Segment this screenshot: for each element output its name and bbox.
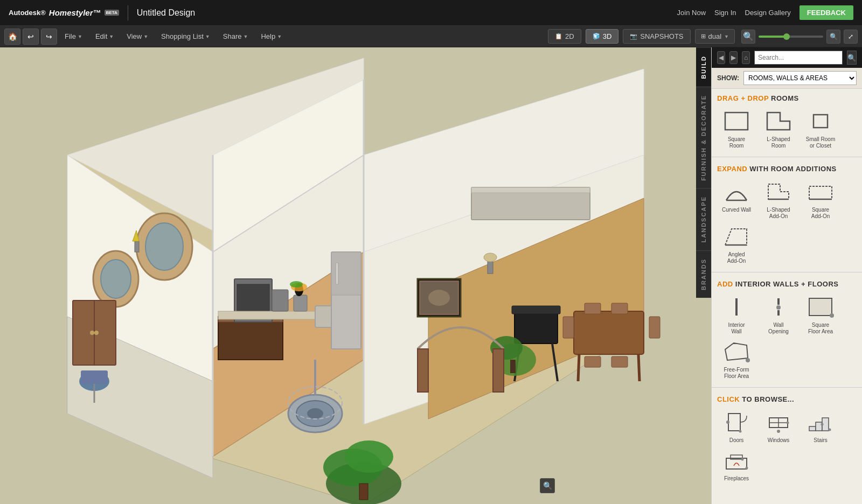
snapshots-btn[interactable]: 📷 SNAPSHOTS xyxy=(623,29,690,44)
square-room-item[interactable]: SquareRoom xyxy=(717,108,756,149)
freeform-floor-item[interactable]: Free-FormFloor Area xyxy=(717,338,756,380)
svg-point-110 xyxy=(741,458,744,461)
zoom-out-btn[interactable]: 🔍 xyxy=(741,30,755,44)
svg-point-95 xyxy=(726,421,729,424)
angled-addon-item[interactable]: AngledAdd-On xyxy=(717,223,756,264)
windows-label: Windows xyxy=(768,437,790,444)
svg-point-22 xyxy=(90,331,94,335)
svg-rect-94 xyxy=(728,414,740,431)
share-menu[interactable]: Share ▼ xyxy=(218,29,254,44)
home-icon-btn[interactable]: 🏠 xyxy=(4,29,20,45)
square-floor-item[interactable]: SquareFloor Area xyxy=(801,293,840,335)
edit-menu[interactable]: Edit ▼ xyxy=(90,29,119,44)
canvas-area[interactable]: ▲ ▼ ◀ ▶ ⊕ xyxy=(0,47,711,504)
svg-marker-92 xyxy=(725,343,748,360)
svg-rect-25 xyxy=(81,370,108,384)
redo-btn[interactable]: ↪ xyxy=(41,29,57,45)
fireplaces-item[interactable]: Fireplaces xyxy=(717,447,756,482)
show-row: SHOW: ROOMS, WALLS & AREAS ALL FLOORS ON… xyxy=(712,68,862,89)
svg-point-73 xyxy=(484,253,497,262)
panel-search-btn[interactable]: 🔍 xyxy=(847,51,857,65)
small-room-item[interactable]: Small Roomor Closet xyxy=(801,108,840,149)
file-menu[interactable]: File ▼ xyxy=(59,29,88,44)
stairs-label: Stairs xyxy=(814,437,828,444)
divider-1 xyxy=(712,157,862,157)
curved-wall-icon xyxy=(720,178,753,205)
svg-point-48 xyxy=(345,440,393,473)
feedback-button[interactable]: FEEDBACK xyxy=(800,5,853,20)
l-shaped-room-label: L-ShapedRoom xyxy=(767,136,790,149)
freeform-floor-icon xyxy=(720,338,753,365)
panel-back-btn[interactable]: ◀ xyxy=(717,51,725,64)
l-shaped-addon-item[interactable]: L-ShapedAdd-On xyxy=(759,178,798,220)
interior-grid: InteriorWall WallOpening xyxy=(717,293,857,380)
drag-rooms-title: DRAG + DROP ROOMS xyxy=(717,94,857,102)
wall-opening-item[interactable]: WallOpening xyxy=(759,293,798,335)
panel-search-input[interactable] xyxy=(754,51,843,65)
homestyler-logo-text: Homestyler™ xyxy=(49,8,101,17)
magnifier-btn[interactable]: 🔍 xyxy=(540,478,555,493)
svg-rect-32 xyxy=(272,290,288,311)
svg-rect-62 xyxy=(611,356,628,367)
view-2d-btn[interactable]: 📋 2D xyxy=(548,29,581,44)
panel-forward-btn[interactable]: ▶ xyxy=(729,51,738,64)
sign-in-link[interactable]: Sign In xyxy=(714,9,736,17)
doors-item[interactable]: Doors xyxy=(717,409,756,444)
right-panel: ◀ ▶ ⌂ 🔍 SHOW: ROOMS, WALLS & AREAS ALL F… xyxy=(711,47,862,504)
svg-marker-77 xyxy=(767,113,790,130)
zoom-slider[interactable] xyxy=(759,36,823,38)
interior-wall-item[interactable]: InteriorWall xyxy=(717,293,756,335)
svg-point-101 xyxy=(787,422,789,424)
svg-point-37 xyxy=(290,281,303,288)
l-shaped-room-icon xyxy=(762,108,795,135)
shopping-list-menu[interactable]: Shopping List ▼ xyxy=(156,29,215,44)
landscape-tab[interactable]: LANDSCAPE xyxy=(696,188,711,250)
divider-2 xyxy=(712,272,862,272)
panel-home-btn[interactable]: ⌂ xyxy=(742,51,750,64)
svg-rect-58 xyxy=(649,317,660,338)
show-select[interactable]: ROOMS, WALLS & AREAS ALL FLOORS ONLY xyxy=(743,71,857,85)
interior-title: ADD INTERIOR WALLS + FLOORS xyxy=(717,280,857,288)
l-shaped-room-item[interactable]: L-ShapedRoom xyxy=(759,108,798,149)
stairs-icon xyxy=(804,409,837,436)
help-menu[interactable]: Help ▼ xyxy=(255,29,287,44)
logo: Autodesk® Homestyler™ BETA xyxy=(9,8,119,17)
fireplaces-label: Fireplaces xyxy=(724,475,749,482)
undo-btn[interactable]: ↩ xyxy=(23,29,39,45)
svg-rect-90 xyxy=(809,298,832,316)
brands-tab[interactable]: BRANDS xyxy=(696,250,711,298)
svg-point-96 xyxy=(739,430,742,433)
small-room-label: Small Roomor Closet xyxy=(806,136,835,149)
drag-rooms-grid: SquareRoom L-ShapedRoom xyxy=(717,108,857,149)
zoom-thumb[interactable] xyxy=(783,33,790,40)
square-floor-icon xyxy=(804,293,837,320)
fullscreen-btn[interactable]: ⤢ xyxy=(844,30,858,44)
svg-rect-67 xyxy=(493,349,504,392)
windows-item[interactable]: Windows xyxy=(759,409,798,444)
square-floor-label: SquareFloor Area xyxy=(808,322,833,335)
view-3d-btn[interactable]: 🧊 3D xyxy=(586,29,619,44)
view-controls: 📋 2D 🧊 3D 📷 SNAPSHOTS ⊞ dual ▼ xyxy=(548,29,735,44)
design-gallery-link[interactable]: Design Gallery xyxy=(745,9,791,17)
menubar: 🏠 ↩ ↪ File ▼ Edit ▼ View ▼ Shopping List… xyxy=(0,26,862,47)
topbar-right: Join Now Sign In Design Gallery FEEDBACK xyxy=(677,5,853,20)
square-addon-item[interactable]: SquareAdd-On xyxy=(801,178,840,220)
divider-3 xyxy=(712,387,862,388)
svg-rect-31 xyxy=(218,311,326,319)
zoom-in-btn[interactable]: 🔍 xyxy=(826,30,840,44)
build-tab[interactable]: BUILD xyxy=(696,47,711,87)
curved-wall-item[interactable]: Curved Wall xyxy=(717,178,756,220)
furnish-tab[interactable]: FURNISH & DECORATE xyxy=(696,87,711,188)
svg-point-100 xyxy=(777,430,780,433)
svg-rect-107 xyxy=(726,458,747,469)
svg-rect-59 xyxy=(585,303,601,314)
wall-opening-icon xyxy=(762,293,795,320)
svg-rect-50 xyxy=(515,311,558,344)
dual-btn[interactable]: ⊞ dual ▼ xyxy=(695,29,735,44)
logo-divider xyxy=(128,5,128,20)
expand-grid: Curved Wall L-ShapedAdd-On xyxy=(717,178,857,264)
stairs-item[interactable]: Stairs xyxy=(801,409,840,444)
view-menu[interactable]: View ▼ xyxy=(121,29,154,44)
svg-rect-51 xyxy=(512,306,560,314)
join-now-link[interactable]: Join Now xyxy=(677,9,706,17)
